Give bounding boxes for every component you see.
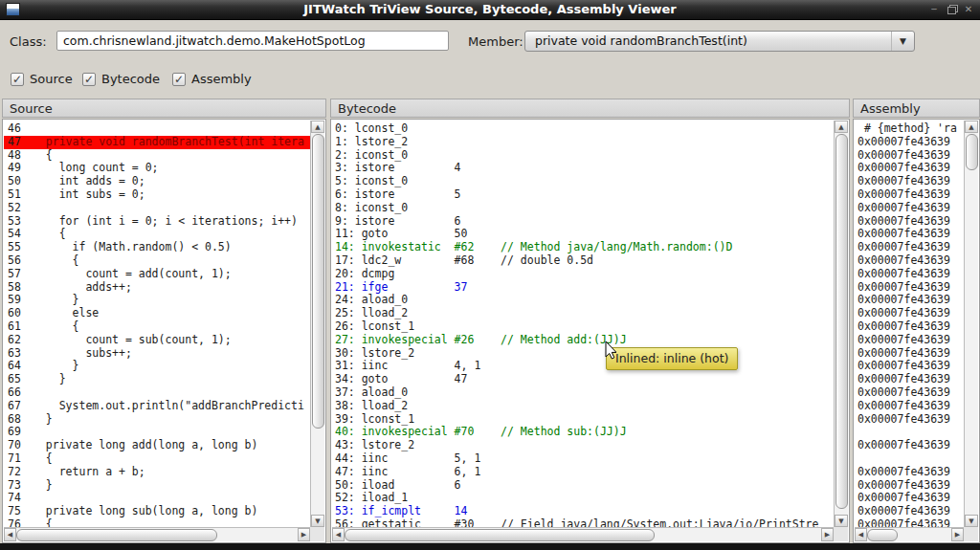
source-line[interactable]: 72 return a + b;	[4, 466, 310, 479]
source-line[interactable]: 63 subs++;	[4, 347, 310, 361]
source-line[interactable]: 47 private void randomBranchTest(int ite…	[4, 136, 310, 149]
assembly-line[interactable]: 0x00007fe43639	[855, 162, 964, 175]
bytecode-line[interactable]: 44: iinc 5, 1	[332, 452, 834, 466]
bytecode-line[interactable]: 5: iconst_0	[332, 175, 834, 188]
bytecode-line[interactable]: 2: iconst_0	[332, 149, 834, 163]
bytecode-line[interactable]: 47: iinc 6, 1	[332, 466, 834, 479]
source-line[interactable]: 51 int subs = 0;	[4, 188, 310, 202]
assembly-line[interactable]: 0x00007fe43639	[855, 202, 964, 215]
source-line[interactable]: 73 }	[4, 479, 310, 493]
assembly-line[interactable]: 0x00007fe43639	[855, 373, 964, 386]
assembly-line[interactable]: 0x00007fe43639	[855, 281, 964, 295]
source-line[interactable]: 76 {	[4, 518, 310, 527]
scroll-thumb[interactable]	[966, 134, 978, 170]
bytecode-checkbox-group[interactable]: ✓ Bytecode	[82, 72, 160, 86]
assembly-checkbox[interactable]: ✓	[172, 73, 186, 86]
scroll-thumb[interactable]	[345, 529, 655, 541]
assembly-line[interactable]: 0x00007fe43639	[855, 241, 964, 254]
titlebar[interactable]: JITWatch TriView Source, Bytecode, Assem…	[0, 0, 980, 20]
source-line[interactable]: 68 }	[4, 413, 310, 427]
assembly-line[interactable]: 0x00007fe43639	[855, 215, 964, 229]
assembly-line[interactable]: # {method} 'ra	[855, 122, 964, 136]
bytecode-horizontal-scrollbar[interactable]: ◀ ▶	[332, 527, 834, 541]
bytecode-line[interactable]: 27: invokespecial #26 // Method add:(JJ)…	[332, 334, 834, 347]
bytecode-line[interactable]: 50: iload 6	[332, 479, 834, 493]
bytecode-line[interactable]: 3: istore 4	[332, 162, 834, 175]
source-line[interactable]: 61 {	[4, 320, 310, 334]
scroll-thumb[interactable]	[312, 134, 324, 429]
bytecode-line[interactable]: 53: if_icmplt 14	[332, 505, 834, 518]
assembly-line[interactable]: 0x00007fe43639	[855, 320, 964, 334]
scroll-thumb[interactable]	[835, 134, 848, 509]
scroll-left-icon[interactable]: ◀	[4, 528, 16, 541]
source-horizontal-scrollbar[interactable]: ◀ ▶	[4, 527, 310, 541]
source-line[interactable]: 53 for (int i = 0; i < iterations; i++)	[4, 215, 310, 229]
source-line[interactable]: 71 {	[4, 452, 310, 466]
assembly-line[interactable]	[855, 452, 964, 466]
source-code-area[interactable]: 46 47 private void randomBranchTest(int …	[4, 121, 310, 527]
assembly-line[interactable]: 0x00007fe43639	[855, 466, 964, 479]
source-line[interactable]: 54 {	[4, 228, 310, 241]
scroll-up-icon[interactable]: ▲	[965, 121, 978, 133]
bytecode-line[interactable]: 20: dcmpg	[332, 268, 834, 281]
class-input[interactable]	[56, 31, 449, 51]
assembly-horizontal-scrollbar[interactable]: ◀ ▶	[855, 527, 964, 541]
bytecode-line[interactable]: 38: lload_2	[332, 400, 834, 413]
assembly-line[interactable]	[855, 426, 964, 439]
scroll-right-icon[interactable]: ▶	[951, 528, 964, 541]
source-checkbox[interactable]: ✓	[11, 73, 24, 86]
source-line[interactable]: 75 private long sub(long a, long b)	[4, 505, 310, 518]
minimize-button-icon[interactable]: ─	[926, 0, 942, 19]
bytecode-line[interactable]: 0: lconst_0	[332, 122, 834, 136]
assembly-line[interactable]: 0x00007fe43639	[855, 492, 964, 505]
bytecode-line[interactable]: 21: ifge 37	[332, 281, 834, 295]
bytecode-line[interactable]: 43: lstore_2	[332, 439, 834, 452]
scroll-right-icon[interactable]: ▶	[298, 528, 310, 541]
close-button-icon[interactable]: ✕	[961, 0, 976, 19]
scroll-thumb[interactable]	[16, 529, 217, 541]
bytecode-line[interactable]: 34: goto 47	[332, 373, 834, 386]
scroll-down-icon[interactable]: ▼	[965, 515, 978, 527]
source-line[interactable]: 46	[4, 122, 310, 136]
source-line[interactable]: 69	[4, 426, 310, 439]
assembly-line[interactable]: 0x00007fe43639	[855, 149, 964, 163]
bytecode-line[interactable]: 30: lstore_2	[332, 347, 834, 361]
bytecode-line[interactable]: 6: istore 5	[332, 188, 834, 202]
source-vertical-scrollbar[interactable]: ▲ ▼	[310, 121, 324, 527]
source-line[interactable]: 49 long count = 0;	[4, 162, 310, 175]
scroll-down-icon[interactable]: ▼	[311, 515, 324, 527]
bytecode-line[interactable]: 14: invokestatic #62 // Method java/lang…	[332, 241, 834, 254]
source-line[interactable]: 60 else	[4, 307, 310, 320]
bytecode-line[interactable]: 9: istore 6	[332, 215, 834, 229]
source-line[interactable]: 64 }	[4, 360, 310, 373]
scroll-thumb[interactable]	[867, 529, 898, 541]
assembly-checkbox-group[interactable]: ✓ Assembly	[172, 72, 252, 86]
source-line[interactable]: 67 System.out.println("addBranchPredicti	[4, 400, 310, 413]
assembly-line[interactable]: 0x00007fe43639	[855, 479, 964, 493]
scroll-left-icon[interactable]: ◀	[855, 528, 867, 541]
bytecode-line[interactable]: 52: iload_1	[332, 492, 834, 505]
source-line[interactable]: 50 int adds = 0;	[4, 175, 310, 188]
assembly-line[interactable]: 0x00007fe43639	[855, 228, 964, 241]
bytecode-line[interactable]: 39: lconst_1	[332, 413, 834, 427]
bytecode-line[interactable]: 24: aload_0	[332, 294, 834, 307]
bytecode-line[interactable]: 11: goto 50	[332, 228, 834, 241]
bytecode-line[interactable]: 37: aload_0	[332, 386, 834, 400]
assembly-line[interactable]: 0x00007fe43639	[855, 439, 964, 452]
bytecode-line[interactable]: 25: lload_2	[332, 307, 834, 320]
source-line[interactable]: 62 count = sub(count, 1);	[4, 334, 310, 347]
assembly-line[interactable]: 0x00007fe43639	[855, 360, 964, 373]
source-line[interactable]: 65 }	[4, 373, 310, 386]
assembly-line[interactable]: 0x00007fe43639	[855, 188, 964, 202]
source-line[interactable]: 58 adds++;	[4, 281, 310, 295]
scroll-down-icon[interactable]: ▼	[835, 515, 848, 527]
assembly-line[interactable]: 0x00007fe43639	[855, 386, 964, 400]
assembly-line[interactable]: 0x00007fe43639	[855, 505, 964, 518]
member-combobox[interactable]: private void randomBranchTest(int) ▼	[524, 31, 915, 52]
source-line[interactable]: 48 {	[4, 149, 310, 163]
source-line[interactable]: 52	[4, 202, 310, 215]
assembly-line[interactable]: 0x00007fe43639	[855, 136, 964, 149]
source-line[interactable]: 57 count = add(count, 1);	[4, 268, 310, 281]
assembly-line[interactable]: 0x00007fe43639	[855, 175, 964, 188]
bytecode-vertical-scrollbar[interactable]: ▲ ▼	[834, 121, 848, 527]
